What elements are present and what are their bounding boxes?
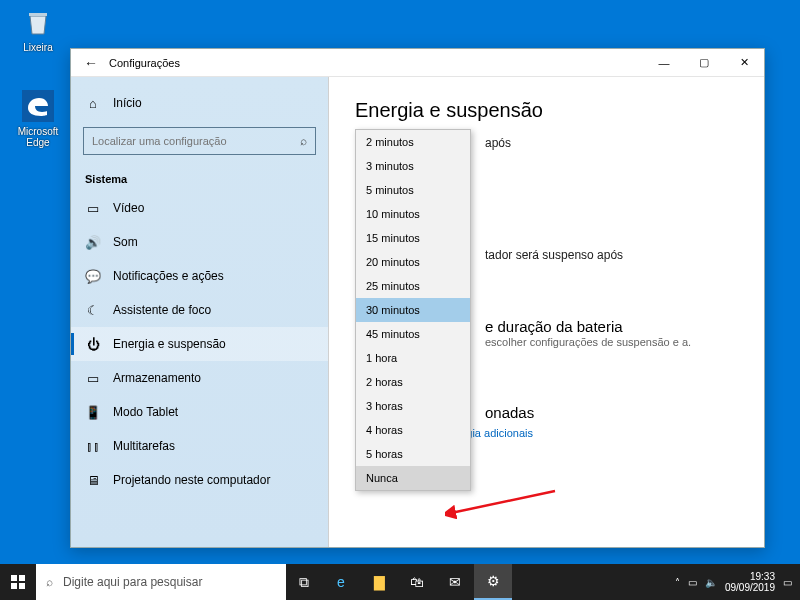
minimize-button[interactable]: ― (644, 49, 684, 77)
desktop-icon-label: Microsoft Edge (8, 126, 68, 148)
taskbar-search-placeholder: Digite aqui para pesquisar (63, 575, 202, 589)
desktop-icon-recycle-bin[interactable]: Lixeira (8, 4, 68, 53)
dropdown-option[interactable]: 3 horas (356, 394, 470, 418)
sidebar-item-energia-e-suspens-o[interactable]: ⏻Energia e suspensão (71, 327, 328, 361)
sidebar-item-projetando-neste-computador[interactable]: 🖥Projetando neste computador (71, 463, 328, 497)
titlebar: ← Configurações ― ▢ ✕ (71, 49, 764, 77)
recycle-bin-icon (20, 4, 56, 40)
dropdown-option[interactable]: Nunca (356, 466, 470, 490)
tray-volume-icon[interactable]: 🔈 (705, 577, 717, 588)
taskbar-edge[interactable]: e (322, 564, 360, 600)
taskbar-time: 19:33 (725, 571, 775, 582)
sidebar-item-assistente-de-foco[interactable]: ☾Assistente de foco (71, 293, 328, 327)
sidebar: ⌂ Início ⌕ Sistema ▭Vídeo🔊Som💬Notificaçõ… (71, 77, 329, 547)
battery-heading-fragment: e duração da bateria (485, 318, 738, 335)
sidebar-home[interactable]: ⌂ Início (71, 87, 328, 119)
sidebar-item-notifica-es-e-a-es[interactable]: 💬Notificações e ações (71, 259, 328, 293)
taskbar-mail[interactable]: ✉ (436, 564, 474, 600)
desktop-icon-edge[interactable]: Microsoft Edge (8, 88, 68, 148)
battery-desc-fragment: escolher configurações de suspensão e a. (485, 335, 738, 350)
sidebar-item-icon: ▭ (85, 370, 101, 386)
svg-rect-3 (19, 575, 25, 581)
svg-rect-4 (11, 583, 17, 589)
related-heading-fragment: onadas (485, 404, 738, 421)
sidebar-item-icon: 🔊 (85, 234, 101, 250)
dropdown-option[interactable]: 30 minutos (356, 298, 470, 322)
sidebar-item-multitarefas[interactable]: ⫿⫿Multitarefas (71, 429, 328, 463)
dropdown-option[interactable]: 5 horas (356, 442, 470, 466)
tray-network-icon[interactable]: ▭ (688, 577, 697, 588)
sidebar-item-label: Vídeo (113, 201, 144, 215)
start-button[interactable] (0, 564, 36, 600)
sidebar-item-v-deo[interactable]: ▭Vídeo (71, 191, 328, 225)
sidebar-item-label: Energia e suspensão (113, 337, 226, 351)
window-title: Configurações (105, 57, 180, 69)
dropdown-option[interactable]: 25 minutos (356, 274, 470, 298)
taskbar-date: 09/09/2019 (725, 582, 775, 593)
sidebar-item-label: Notificações e ações (113, 269, 224, 283)
dropdown-option[interactable]: 3 minutos (356, 154, 470, 178)
tray-chevron-icon[interactable]: ˄ (675, 577, 680, 588)
sidebar-item-icon: 📱 (85, 404, 101, 420)
setting-text-fragment: tador será suspenso após (485, 248, 738, 262)
sidebar-item-label: Som (113, 235, 138, 249)
svg-rect-2 (11, 575, 17, 581)
sidebar-category: Sistema (71, 163, 328, 191)
svg-rect-5 (19, 583, 25, 589)
taskbar: ⌕ Digite aqui para pesquisar ⧉ e ▇ 🛍 ✉ ⚙… (0, 564, 800, 600)
edge-icon (20, 88, 56, 124)
sidebar-home-label: Início (113, 96, 142, 110)
taskbar-settings[interactable]: ⚙ (474, 564, 512, 600)
sidebar-item-icon: ⫿⫿ (85, 438, 101, 454)
page-title: Energia e suspensão (355, 99, 738, 122)
time-dropdown[interactable]: 2 minutos3 minutos5 minutos10 minutos15 … (355, 129, 471, 491)
taskbar-search[interactable]: ⌕ Digite aqui para pesquisar (36, 564, 286, 600)
dropdown-option[interactable]: 20 minutos (356, 250, 470, 274)
sidebar-search[interactable]: ⌕ (83, 127, 316, 155)
annotation-arrow (445, 487, 565, 527)
sidebar-item-label: Armazenamento (113, 371, 201, 385)
sidebar-item-label: Multitarefas (113, 439, 175, 453)
taskbar-file-explorer[interactable]: ▇ (360, 564, 398, 600)
dropdown-option[interactable]: 2 horas (356, 370, 470, 394)
sidebar-item-label: Projetando neste computador (113, 473, 270, 487)
sidebar-item-label: Assistente de foco (113, 303, 211, 317)
content-pane: Energia e suspensão após tador será susp… (329, 77, 764, 547)
sidebar-item-icon: ▭ (85, 200, 101, 216)
taskbar-store[interactable]: 🛍 (398, 564, 436, 600)
sidebar-item-armazenamento[interactable]: ▭Armazenamento (71, 361, 328, 395)
search-input[interactable] (84, 135, 291, 147)
home-icon: ⌂ (85, 95, 101, 111)
sidebar-item-icon: ☾ (85, 302, 101, 318)
sidebar-item-icon: 🖥 (85, 472, 101, 488)
notification-center-icon[interactable]: ▭ (783, 577, 792, 588)
svg-line-1 (451, 491, 555, 513)
dropdown-option[interactable]: 15 minutos (356, 226, 470, 250)
sidebar-item-modo-tablet[interactable]: 📱Modo Tablet (71, 395, 328, 429)
dropdown-option[interactable]: 2 minutos (356, 130, 470, 154)
taskbar-clock[interactable]: 19:33 09/09/2019 (725, 571, 775, 593)
sidebar-item-label: Modo Tablet (113, 405, 178, 419)
dropdown-option[interactable]: 45 minutos (356, 322, 470, 346)
task-view-button[interactable]: ⧉ (286, 564, 322, 600)
settings-window: ← Configurações ― ▢ ✕ ⌂ Início ⌕ Sistema… (70, 48, 765, 548)
sidebar-item-icon: ⏻ (85, 336, 101, 352)
search-icon: ⌕ (291, 134, 315, 148)
back-button[interactable]: ← (77, 55, 105, 71)
desktop-icon-label: Lixeira (8, 42, 68, 53)
search-icon: ⌕ (46, 575, 53, 589)
sidebar-item-icon: 💬 (85, 268, 101, 284)
dropdown-option[interactable]: 1 hora (356, 346, 470, 370)
dropdown-option[interactable]: 5 minutos (356, 178, 470, 202)
dropdown-option[interactable]: 4 horas (356, 418, 470, 442)
dropdown-option[interactable]: 10 minutos (356, 202, 470, 226)
close-button[interactable]: ✕ (724, 49, 764, 77)
setting-text-fragment: após (485, 136, 738, 150)
maximize-button[interactable]: ▢ (684, 49, 724, 77)
sidebar-item-som[interactable]: 🔊Som (71, 225, 328, 259)
